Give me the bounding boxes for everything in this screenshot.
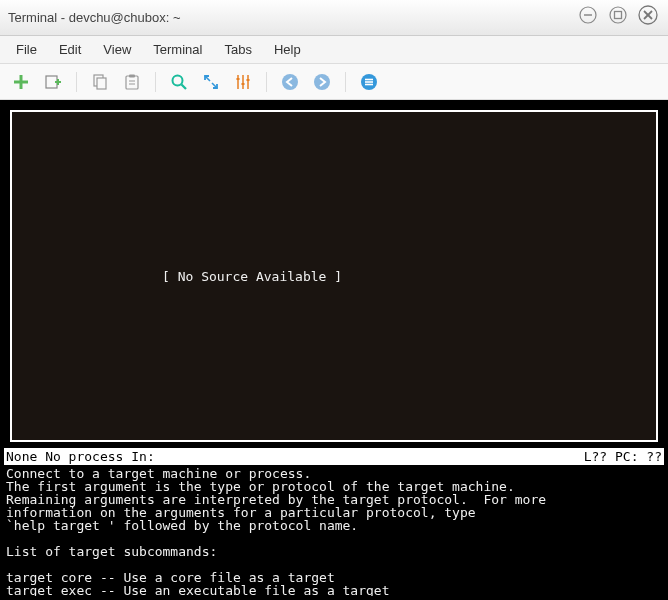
menu-icon: [360, 73, 378, 91]
svg-line-19: [182, 84, 187, 89]
gdb-line: `help target ' followed by the protocol …: [6, 518, 358, 533]
svg-point-18: [173, 75, 183, 85]
new-window-button[interactable]: [40, 69, 66, 95]
copy-icon: [91, 73, 109, 91]
svg-rect-27: [247, 79, 250, 81]
status-right: L?? PC: ??: [584, 449, 662, 464]
svg-rect-25: [237, 78, 240, 80]
svg-rect-3: [615, 12, 622, 19]
prev-button[interactable]: [277, 69, 303, 95]
settings-button[interactable]: [230, 69, 256, 95]
menubar: File Edit View Terminal Tabs Help: [0, 36, 668, 64]
toolbar-sep: [155, 72, 156, 92]
svg-rect-14: [126, 76, 138, 89]
copy-button[interactable]: [87, 69, 113, 95]
no-source-message: [ No Source Available ]: [162, 269, 342, 284]
fullscreen-icon: [202, 73, 220, 91]
menu-view[interactable]: View: [93, 38, 141, 61]
source-pane: [ No Source Available ]: [10, 110, 658, 442]
prev-icon: [281, 73, 299, 91]
window-controls: [574, 4, 662, 26]
svg-point-28: [282, 74, 298, 90]
toolbar-sep: [76, 72, 77, 92]
new-window-icon: [44, 73, 62, 91]
search-icon: [170, 73, 188, 91]
menu-help[interactable]: Help: [264, 38, 311, 61]
menu-file[interactable]: File: [6, 38, 47, 61]
window-title: Terminal - devchu@chubox: ~: [8, 10, 181, 25]
status-bar: None No process In: L?? PC: ??: [4, 448, 664, 465]
hamburger-button[interactable]: [356, 69, 382, 95]
settings-sliders-icon: [234, 73, 252, 91]
paste-icon: [123, 73, 141, 91]
menu-edit[interactable]: Edit: [49, 38, 91, 61]
terminal-area[interactable]: [ No Source Available ] None No process …: [0, 100, 668, 600]
svg-rect-13: [97, 78, 106, 89]
paste-button[interactable]: [119, 69, 145, 95]
search-button[interactable]: [166, 69, 192, 95]
maximize-button[interactable]: [604, 4, 632, 26]
new-tab-button[interactable]: [8, 69, 34, 95]
close-button[interactable]: [634, 4, 662, 26]
toolbar: [0, 64, 668, 100]
close-icon: [638, 5, 658, 25]
svg-point-2: [610, 7, 626, 23]
menu-tabs[interactable]: Tabs: [214, 38, 261, 61]
gdb-output[interactable]: Connect to a target machine or process. …: [4, 465, 664, 596]
menu-terminal[interactable]: Terminal: [143, 38, 212, 61]
svg-point-29: [314, 74, 330, 90]
gdb-line: target exec -- Use an executable file as…: [6, 583, 390, 596]
minimize-button[interactable]: [574, 4, 602, 26]
svg-rect-15: [129, 74, 135, 77]
next-button[interactable]: [309, 69, 335, 95]
status-left: None No process In:: [6, 449, 155, 464]
toolbar-sep: [266, 72, 267, 92]
maximize-icon: [609, 6, 627, 24]
next-icon: [313, 73, 331, 91]
svg-rect-26: [242, 83, 245, 85]
minimize-icon: [579, 6, 597, 24]
new-tab-icon: [12, 73, 30, 91]
gdb-line: List of target subcommands:: [6, 544, 217, 559]
titlebar: Terminal - devchu@chubox: ~: [0, 0, 668, 36]
toolbar-sep: [345, 72, 346, 92]
fullscreen-button[interactable]: [198, 69, 224, 95]
